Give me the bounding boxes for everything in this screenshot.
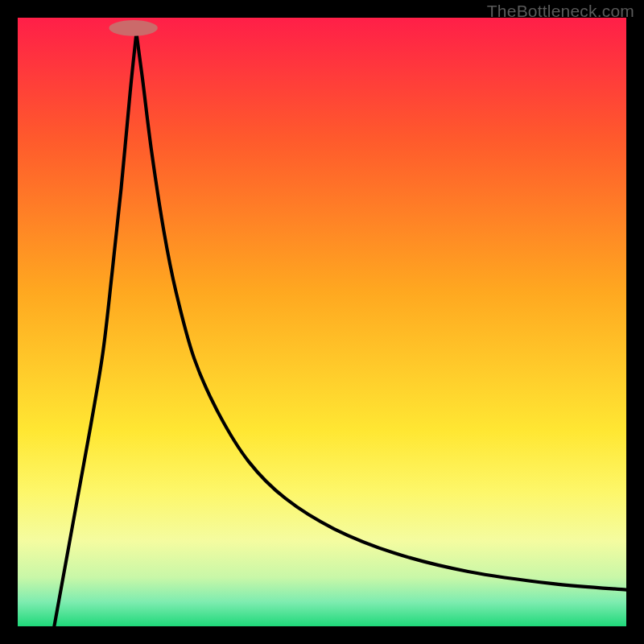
- bottleneck-chart: [18, 18, 626, 626]
- chart-frame: TheBottleneck.com: [0, 0, 644, 644]
- gradient-background: [18, 18, 626, 626]
- minimum-marker: [109, 20, 157, 36]
- plot-area: [18, 18, 626, 626]
